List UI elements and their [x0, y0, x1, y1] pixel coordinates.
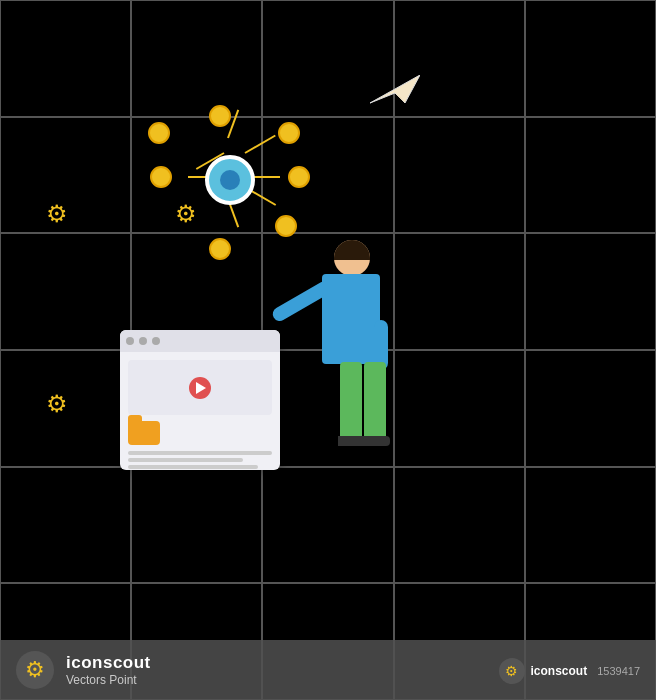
person-hair: [334, 240, 370, 260]
bottom-logo-small: ⚙ iconscout: [499, 658, 588, 684]
svg-marker-0: [370, 75, 420, 103]
bottom-right-info: ⚙ iconscout 1539417: [499, 658, 641, 684]
watermark-brand-name: iconscout: [66, 653, 151, 673]
grid-cell: [525, 467, 656, 584]
person-leg-right: [364, 362, 386, 442]
grid-cell: [525, 350, 656, 467]
browser-folder-icon: [128, 421, 160, 445]
browser-content: [120, 352, 280, 470]
grid-cell: [525, 117, 656, 234]
person-shoe-right: [362, 436, 390, 446]
illustration-area: [110, 70, 450, 500]
hub-node-left: [150, 166, 172, 188]
grid-cell: [525, 233, 656, 350]
hub-node-top-right: [278, 122, 300, 144]
hub-center-circle: [205, 155, 255, 205]
browser-line-3: [128, 465, 258, 469]
hub-node-bottom-right: [275, 215, 297, 237]
bottom-gear-icon: ⚙: [505, 663, 518, 679]
browser-line-1: [128, 451, 272, 455]
watermark-logo-circle: ⚙: [16, 651, 54, 689]
bottom-brand-text: iconscout: [531, 664, 588, 678]
grid-cell: [525, 0, 656, 117]
browser-dot-2: [139, 337, 147, 345]
watermark-subtitle: Vectors Point: [66, 673, 151, 687]
play-triangle-icon: [196, 382, 206, 394]
watermark-gear-icon: ⚙: [25, 657, 45, 683]
paper-plane-icon: [370, 75, 420, 105]
person-body: [322, 274, 380, 364]
browser-titlebar: [120, 330, 280, 352]
hub-node-bottom: [209, 238, 231, 260]
person-leg-left: [340, 362, 362, 442]
browser-text-lines: [128, 451, 272, 469]
hub-inner-circle: [220, 170, 240, 190]
hub-node-top: [209, 105, 231, 127]
browser-window: [120, 330, 280, 470]
hub-node-right: [288, 166, 310, 188]
gear-icon-left-lower: ⚙: [46, 390, 68, 418]
watermark-text-group: iconscout Vectors Point: [66, 653, 151, 687]
browser-dot-3: [152, 337, 160, 345]
bottom-logo-circle: ⚙: [499, 658, 525, 684]
person-figure: [300, 240, 390, 460]
gear-icon-left-upper: ⚙: [46, 200, 68, 228]
play-button: [189, 377, 211, 399]
browser-video-area: [128, 360, 272, 415]
hub-node-top-left: [148, 122, 170, 144]
browser-line-2: [128, 458, 243, 462]
browser-dot-1: [126, 337, 134, 345]
image-id: 1539417: [597, 665, 640, 677]
